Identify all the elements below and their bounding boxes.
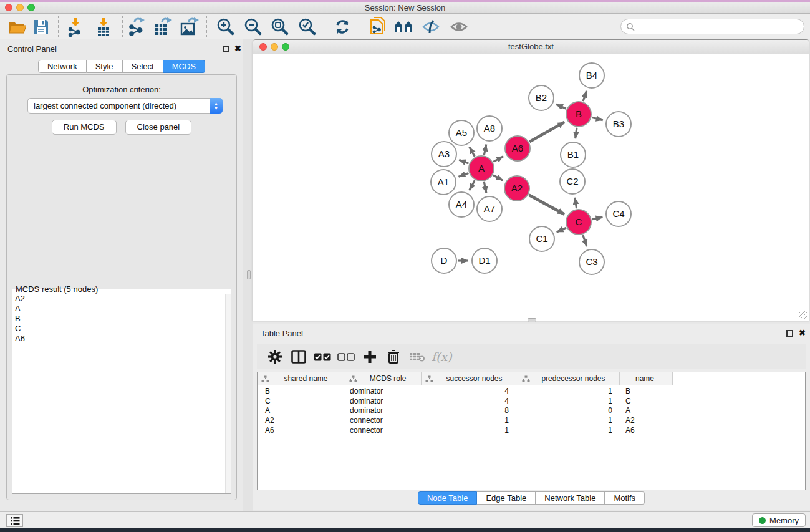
network-canvas[interactable]: AA1A2A3A4A5A6A7A8BB1B2B3B4CC1C2C3C4DD1 [253,54,809,321]
show-column-panel-icon[interactable] [287,346,311,368]
graph-edge-A6-B[interactable] [529,122,564,142]
table-cell[interactable]: connector [345,425,422,435]
table-cell[interactable]: dominator [345,405,422,415]
float-panel-icon[interactable] [223,46,229,52]
graph-node-D[interactable]: D [432,248,456,273]
export-network-icon[interactable] [125,16,148,37]
task-history-list-icon[interactable] [6,514,23,527]
graph-edge-C-C1[interactable] [557,228,566,232]
graph-node-C[interactable]: C [566,210,591,235]
mcds-list-scrollbar[interactable] [225,294,231,493]
delete-column-trash-icon[interactable] [382,346,405,368]
table-settings-gear-icon[interactable] [263,346,287,368]
graph-edge-A-A4[interactable] [470,180,475,190]
graph-node-A1[interactable]: A1 [431,170,456,195]
column-header-name[interactable]: name [620,372,673,385]
delete-table-icon[interactable] [405,346,429,368]
table-row[interactable]: A2connector11A2 [258,415,673,425]
open-file-icon[interactable] [6,16,29,37]
select-all-icon[interactable] [311,346,334,368]
table-cell[interactable]: 1 [518,425,620,435]
tab-select[interactable]: Select [123,60,163,73]
table-cell[interactable]: A [620,405,673,415]
tab-network[interactable]: Network [38,60,87,73]
graph-node-B2[interactable]: B2 [529,85,554,110]
tab-motifs[interactable]: Motifs [605,491,645,505]
graph-edge-A-A1[interactable] [458,173,468,177]
horizontal-splitter-grip[interactable] [528,318,536,322]
table-cell[interactable]: 0 [518,405,620,415]
function-builder-icon[interactable]: f(x) [432,350,452,364]
graph-edge-C-C3[interactable] [583,235,587,246]
table-cell[interactable]: A2 [620,415,673,425]
column-header-predecessor-nodes[interactable]: predecessor nodes [518,372,620,385]
import-network-icon[interactable] [64,16,87,37]
graph-edge-A-A3[interactable] [459,160,468,163]
graph-node-A7[interactable]: A7 [477,196,502,221]
table-cell[interactable]: C [258,396,345,406]
save-session-icon[interactable] [29,16,53,37]
table-cell[interactable]: B [258,386,345,396]
mcds-result-list[interactable]: A2ABCA6 [12,294,231,493]
graph-node-A2[interactable]: A2 [504,176,529,201]
mcds-result-item[interactable]: A2 [12,294,231,304]
zoom-in-icon[interactable] [214,16,238,37]
graph-edge-B-B2[interactable] [556,104,566,109]
graph-edge-B-B4[interactable] [583,91,587,102]
export-table-icon[interactable] [151,16,175,37]
tab-network-table[interactable]: Network Table [536,491,605,505]
new-network-from-selection-icon[interactable] [367,16,390,37]
graph-node-A6[interactable]: A6 [505,136,530,161]
close-panel-icon[interactable]: ✖ [799,328,806,337]
tab-mcds[interactable]: MCDS [163,60,205,73]
graph-node-B1[interactable]: B1 [561,142,586,167]
mcds-result-item[interactable]: A6 [12,334,231,344]
column-header-MCDS-role[interactable]: MCDS role [345,372,422,385]
tab-node-table[interactable]: Node Table [418,491,478,505]
graph-edge-C-C2[interactable] [575,198,577,209]
graph-edge-A-A5[interactable] [470,147,475,157]
table-cell[interactable]: A6 [620,425,673,435]
table-row[interactable]: A6connector11A6 [258,425,673,435]
tab-edge-table[interactable]: Edge Table [477,491,536,505]
table-cell[interactable]: 1 [422,425,518,435]
table-cell[interactable]: A2 [258,415,345,425]
graph-node-C1[interactable]: C1 [529,226,554,251]
column-header-shared-name[interactable]: shared name [258,372,345,385]
column-header-successor-nodes[interactable]: successor nodes [422,372,518,385]
tab-style[interactable]: Style [87,60,123,73]
graph-node-A5[interactable]: A5 [449,120,474,145]
mcds-result-item[interactable]: C [12,324,231,334]
table-row[interactable]: Bdominator41B [258,386,673,396]
graph-edge-B-B1[interactable] [576,128,577,138]
memory-button[interactable]: Memory [752,513,806,527]
graph-node-A8[interactable]: A8 [477,116,502,141]
graph-node-A4[interactable]: A4 [449,192,474,217]
show-hide-panels-icon[interactable] [392,16,416,37]
window-resize-grip[interactable] [799,311,808,319]
hide-selected-eye-slash-icon[interactable] [419,16,443,37]
table-cell[interactable]: 4 [422,386,518,396]
table-cell[interactable]: 1 [422,415,518,425]
graph-node-A[interactable]: A [469,156,494,181]
close-panel-icon[interactable]: ✖ [234,44,241,53]
zoom-fit-icon[interactable] [268,16,292,37]
show-all-eye-icon[interactable] [447,16,471,37]
network-window-titlebar[interactable]: testGlobe.txt [253,40,809,54]
table-cell[interactable]: A6 [258,425,345,435]
table-cell[interactable]: 4 [422,396,518,406]
close-panel-button[interactable]: Close panel [125,120,192,135]
graph-node-B3[interactable]: B3 [606,112,631,137]
graph-node-C4[interactable]: C4 [606,201,631,226]
refresh-icon[interactable] [330,16,354,37]
graph-edge-A-A2[interactable] [493,175,503,181]
table-row[interactable]: Adominator80A [258,405,673,415]
table-cell[interactable]: connector [345,415,422,425]
search-input[interactable] [638,22,804,31]
mcds-result-item[interactable]: A [12,304,231,314]
graph-edge-A2-C[interactable] [529,195,564,215]
graph-node-A3[interactable]: A3 [432,142,456,167]
network-graph[interactable]: AA1A2A3A4A5A6A7A8BB1B2B3B4CC1C2C3C4DD1 [253,54,809,321]
criterion-dropdown[interactable]: largest connected component (directed) ▲… [27,98,223,114]
graph-edge-A-A8[interactable] [484,144,486,155]
